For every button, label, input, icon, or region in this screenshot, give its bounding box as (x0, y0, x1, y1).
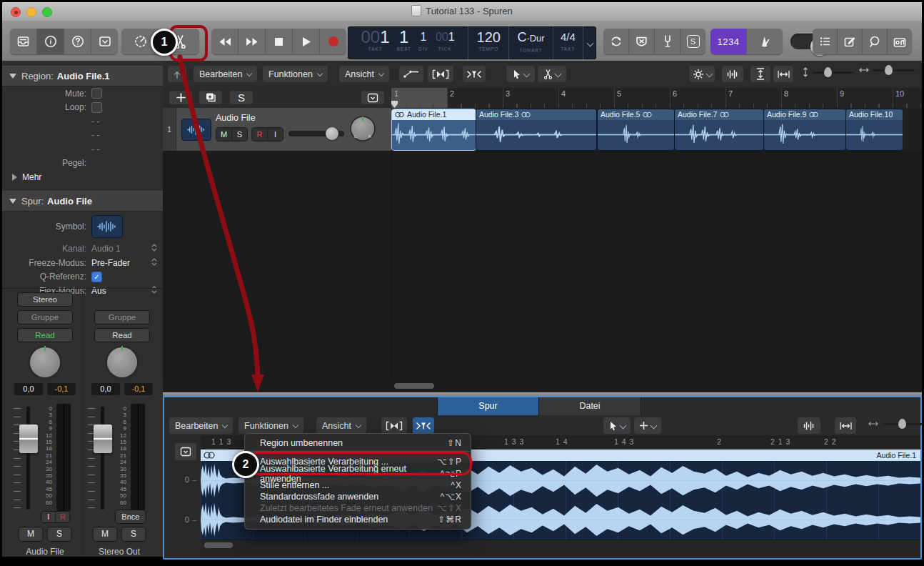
volume-value[interactable]: 0,0 (91, 383, 120, 395)
scrollbar-thumb[interactable] (394, 383, 434, 389)
solo-mode-button[interactable]: S (681, 29, 705, 54)
audio-region[interactable]: Audio File.1 (391, 109, 476, 151)
list-editors-button[interactable] (813, 29, 838, 54)
horizontal-zoom-button[interactable] (773, 65, 794, 83)
editor-menu-funktionen[interactable]: Funktionen (238, 417, 304, 435)
editor-menu-bearbeiten[interactable]: Bearbeiten (169, 417, 233, 435)
track-volume-slider[interactable] (288, 131, 344, 136)
editor-hscrollbar[interactable] (201, 540, 920, 550)
editor-menu-ansicht[interactable]: Ansicht (316, 417, 367, 435)
group-button[interactable]: Gruppe (17, 310, 73, 324)
command-tool-menu[interactable] (537, 65, 567, 83)
track-input-button[interactable]: I (268, 128, 283, 141)
mute-button[interactable]: M (93, 527, 118, 542)
volume-fader[interactable] (19, 424, 38, 453)
loop-checkbox[interactable] (91, 102, 102, 113)
tab-datei[interactable]: Datei (538, 397, 641, 415)
input-monitor-button[interactable]: I (41, 512, 56, 522)
metronome-button[interactable] (747, 29, 783, 54)
volume-fader[interactable] (94, 424, 112, 453)
track-icon[interactable] (181, 119, 211, 141)
menu-item-audiodatei-im-finder[interactable]: Audiodatei im Finder einblenden ⇧⌘R (245, 514, 471, 525)
rewind-button[interactable] (211, 29, 238, 54)
forward-button[interactable] (238, 29, 266, 54)
track-record-button[interactable]: R (252, 128, 268, 141)
audio-region[interactable]: Audio File.5 (597, 109, 675, 151)
bounce-button[interactable]: Bnce (115, 510, 146, 524)
pan-value[interactable]: -0,1 (47, 383, 76, 395)
count-in-button[interactable]: 1234 (710, 29, 747, 54)
audio-region[interactable]: Audio File.7 (674, 109, 764, 151)
vertical-zoom-button[interactable] (750, 65, 771, 83)
pan-knob[interactable] (30, 347, 60, 377)
channel-name[interactable]: Audio File (8, 547, 82, 557)
editor-pointer-tool[interactable] (603, 417, 631, 435)
track-lane[interactable]: Audio File.1 Audio File.3 Audio File.5 A… (391, 108, 922, 152)
track-solo-button[interactable]: S (232, 128, 247, 141)
audio-region[interactable]: Audio File.10 (845, 109, 903, 151)
q-referenz-checkbox[interactable]: ✓ (91, 272, 102, 282)
catch-playhead-button[interactable] (462, 65, 486, 83)
lcd-display[interactable]: 001TAKT 1BEAT 1DIV 001TICK 120TEMPO C-Du… (348, 26, 596, 59)
media-browser-button[interactable] (888, 29, 912, 54)
arrange-menu-funktionen[interactable]: Funktionen (262, 65, 328, 83)
snap-settings-menu[interactable] (688, 65, 715, 83)
inspector-button[interactable] (37, 29, 64, 54)
automation-mode-button[interactable]: Read (17, 328, 73, 342)
track-inspector-header[interactable]: Spur: Audio File (2, 191, 163, 212)
editor-waveform-zoom[interactable] (797, 417, 821, 435)
slider-thumb[interactable] (824, 67, 832, 77)
track-symbol-button[interactable] (91, 215, 123, 238)
track-name[interactable]: Audio File (216, 113, 256, 123)
stepper-icon[interactable] (151, 244, 157, 254)
automation-button[interactable] (398, 65, 424, 83)
editor-flex-button[interactable] (381, 417, 408, 435)
quick-help-button[interactable] (64, 29, 91, 54)
arrange-hscrollbar[interactable] (163, 380, 922, 392)
play-button[interactable] (293, 29, 320, 54)
editor-marquee-tool[interactable] (633, 417, 662, 435)
arrange-menu-ansicht[interactable]: Ansicht (338, 65, 390, 83)
menu-item-region-umbenennen[interactable]: Region umbenennen ⇧N (245, 437, 471, 449)
audio-region[interactable]: Audio File.9 (763, 109, 846, 151)
channel-name[interactable]: Stereo Out (82, 547, 156, 557)
notes-button[interactable] (838, 29, 863, 54)
bar-ruler[interactable]: 1 2 3 4 5 6 7 8 9 10 (391, 88, 922, 109)
arrange-menu-bearbeiten[interactable]: Bearbeiten (193, 65, 258, 83)
record-button[interactable] (320, 29, 346, 54)
format-button[interactable]: Stereo (17, 292, 73, 307)
duplicate-track-button[interactable] (199, 90, 223, 105)
pointer-tool-menu[interactable] (506, 65, 536, 83)
cycle-button[interactable] (603, 29, 629, 54)
stepper-icon[interactable] (151, 258, 157, 268)
pan-value[interactable]: -0,1 (124, 383, 153, 395)
menu-item-standardcrossfade[interactable]: Standardcrossfade anwenden ^⌥X (245, 491, 471, 502)
track-pan-knob[interactable]: L R (351, 117, 374, 140)
flex-button[interactable] (427, 65, 454, 83)
solo-button[interactable]: S (121, 527, 146, 542)
add-track-button[interactable] (169, 90, 193, 105)
vertical-zoom-slider[interactable] (803, 67, 854, 77)
editor-options-button[interactable] (174, 442, 197, 461)
lcd-dropdown[interactable] (583, 26, 596, 59)
editor-catch-button[interactable] (412, 417, 435, 435)
mehr-disclosure[interactable]: Mehr (2, 170, 163, 184)
track-mute-button[interactable]: M (216, 128, 232, 141)
group-button[interactable]: Gruppe (94, 310, 150, 324)
editor-hzoom-slider[interactable] (868, 421, 923, 427)
tab-spur[interactable]: Spur (437, 397, 539, 415)
slider-thumb[interactable] (885, 65, 893, 75)
mute-button[interactable]: M (19, 527, 44, 542)
tuner-button[interactable] (655, 29, 681, 54)
record-enable-button[interactable]: R (56, 512, 69, 522)
library-button[interactable] (10, 29, 37, 54)
autopunch-button[interactable] (629, 29, 655, 54)
track-options-button[interactable] (361, 90, 385, 105)
automation-mode-button[interactable]: Read (94, 328, 150, 342)
freeze-value[interactable]: Pre-Fader (91, 258, 130, 268)
stop-button[interactable] (266, 29, 293, 54)
audio-region[interactable]: Audio File.3 (476, 109, 597, 151)
mute-checkbox[interactable] (91, 88, 102, 99)
region-inspector-header[interactable]: Region: Audio File.1 (2, 66, 163, 86)
horizontal-zoom-slider[interactable] (859, 67, 915, 73)
